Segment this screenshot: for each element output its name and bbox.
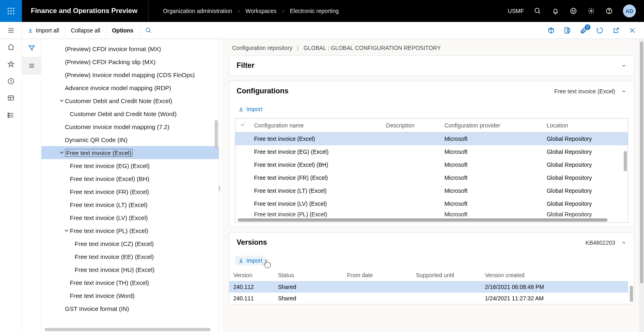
- tree-scrollbar-vertical[interactable]: [215, 120, 218, 149]
- tree-node[interactable]: Free text invoice (LT) (Excel): [41, 198, 219, 211]
- cell-provider: Microsoft: [440, 171, 543, 184]
- breadcrumb-item[interactable]: Organization administration: [163, 8, 232, 14]
- table-row[interactable]: 240.111Shared1/24/2021 11:27:32 AM: [229, 293, 628, 304]
- tree-node-label: (Preview) CFDI invoice format (MX): [65, 45, 161, 52]
- tree-node[interactable]: Dynamic QR Code (IN): [41, 133, 219, 146]
- workspaces-icon[interactable]: [7, 94, 15, 102]
- tree-node[interactable]: GST Invoice format (IN): [41, 302, 219, 315]
- cell-config-name: Free text invoice (FR) (Excel): [250, 171, 382, 184]
- related-info-button[interactable]: [547, 26, 556, 35]
- chevron-up-icon[interactable]: [621, 240, 627, 246]
- download-icon: [238, 106, 244, 112]
- configurations-table: Configuration name Description Configura…: [235, 118, 628, 223]
- options-button[interactable]: Options: [106, 22, 140, 39]
- attachments-button[interactable]: 0: [579, 26, 588, 35]
- select-all-checkbox[interactable]: [235, 119, 250, 132]
- tree-node[interactable]: Customer Debit and Credit Note (Excel): [41, 94, 219, 107]
- collapse-all-label: Collapse all: [71, 27, 100, 34]
- table-row[interactable]: Free text invoice (FR) (Excel)MicrosoftG…: [235, 171, 628, 184]
- chevron-down-icon[interactable]: [621, 63, 627, 69]
- import-all-button[interactable]: Import all: [22, 22, 65, 39]
- tree-node[interactable]: Free text invoice (Word): [41, 289, 219, 302]
- table-row[interactable]: Free text invoice (Excel) (BH)MicrosoftG…: [235, 158, 628, 171]
- tree-node[interactable]: (Preview) Invoice model mapping (CDS Fin…: [41, 68, 219, 81]
- collapse-all-button[interactable]: Collapse all: [65, 22, 106, 39]
- favorites-icon[interactable]: [7, 60, 15, 68]
- configurations-scrollbar-horizontal[interactable]: [235, 218, 628, 222]
- chevron-up-icon[interactable]: [621, 88, 627, 94]
- breadcrumb-item[interactable]: Electronic reporting: [290, 8, 339, 14]
- popout-button[interactable]: [612, 26, 620, 35]
- home-icon[interactable]: [7, 43, 15, 51]
- svg-point-20: [146, 28, 150, 32]
- tree-node[interactable]: Customer Debit and Credit Note (Word): [41, 107, 219, 120]
- close-button[interactable]: [628, 26, 637, 35]
- tree-node[interactable]: Free text invoice (Excel) (BH): [41, 172, 219, 185]
- action-search-button[interactable]: [140, 22, 157, 39]
- table-row[interactable]: Free text invoice (EG) (Excel)MicrosoftG…: [235, 145, 628, 158]
- tree-node[interactable]: Advance invoice model mapping (RDP): [41, 81, 219, 94]
- chevron-right-icon: ›: [238, 8, 240, 14]
- table-row[interactable]: Free text invoice (LT) (Excel)MicrosoftG…: [235, 184, 628, 197]
- cell-config-name: Free text invoice (EG) (Excel): [250, 145, 382, 158]
- tree-node[interactable]: Customer invoice model mapping (7.2): [41, 120, 219, 133]
- help-icon[interactable]: [605, 7, 613, 15]
- cell-version-created: 1/24/2021 11:27:32 AM: [481, 293, 628, 304]
- tree-node[interactable]: Free text invoice (CZ) (Excel): [41, 237, 219, 250]
- svg-rect-34: [8, 115, 9, 116]
- configurations-selected-hint: Free text invoice (Excel): [554, 88, 615, 95]
- column-header[interactable]: Version: [229, 269, 274, 281]
- configurations-scrollbar-vertical[interactable]: [624, 151, 627, 171]
- user-avatar[interactable]: AD: [623, 4, 636, 17]
- recent-icon[interactable]: [7, 77, 15, 85]
- tree-node[interactable]: Free text invoice (FR) (Excel): [41, 185, 219, 198]
- tree-node-label: Advance invoice model mapping (RDP): [65, 84, 171, 91]
- notifications-icon[interactable]: [551, 7, 560, 15]
- breadcrumb-item[interactable]: Workspaces: [246, 8, 277, 14]
- column-header[interactable]: From date: [343, 269, 412, 281]
- svg-point-14: [590, 10, 592, 12]
- tree-node[interactable]: Free text invoice (EG) (Excel): [41, 159, 219, 172]
- main-scrollbar-vertical[interactable]: [639, 39, 644, 332]
- column-header[interactable]: Configuration provider: [440, 119, 543, 132]
- list-view-button[interactable]: [22, 57, 41, 75]
- column-header[interactable]: Version created: [481, 269, 628, 281]
- column-header[interactable]: Description: [382, 119, 440, 132]
- attachments-badge: 0: [585, 24, 590, 30]
- cell-provider: Microsoft: [440, 132, 543, 146]
- app-title: Finance and Operations Preview: [22, 0, 149, 22]
- column-header[interactable]: Configuration name: [250, 119, 382, 132]
- filter-button[interactable]: [22, 39, 41, 57]
- refresh-button[interactable]: [595, 26, 604, 35]
- app-launcher-button[interactable]: [0, 0, 22, 22]
- tree-node[interactable]: Free text invoice (PL) (Excel): [41, 224, 219, 237]
- cell-config-name: Free text invoice (Excel): [250, 132, 382, 146]
- tree-node[interactable]: (Preview) CFDI invoice format (MX): [41, 42, 219, 55]
- cell-config-name: Free text invoice (Excel) (BH): [250, 158, 382, 171]
- feedback-icon[interactable]: [569, 7, 577, 15]
- modules-icon[interactable]: [7, 111, 15, 119]
- svg-line-10: [538, 12, 540, 13]
- hamburger-button[interactable]: [0, 22, 22, 39]
- table-row[interactable]: 240.112Shared2/16/2021 06:08:48 PM: [229, 281, 628, 293]
- column-header[interactable]: Location: [543, 119, 628, 132]
- tree-node[interactable]: Free text invoice (Excel): [41, 146, 219, 159]
- table-row[interactable]: Free text invoice (PL) (Excel)MicrosoftG…: [235, 210, 628, 218]
- tree-node[interactable]: Free text invoice (TH) (Excel): [41, 276, 219, 289]
- column-header[interactable]: Supported until: [412, 269, 481, 281]
- company-picker[interactable]: USMF: [508, 8, 524, 14]
- settings-icon[interactable]: [587, 7, 595, 15]
- search-icon[interactable]: [534, 7, 542, 15]
- tree-node[interactable]: Free text invoice (HU) (Excel): [41, 263, 219, 276]
- column-header[interactable]: Status: [274, 269, 343, 281]
- versions-scrollbar-vertical[interactable]: [628, 269, 634, 304]
- configurations-import-button[interactable]: Import: [235, 104, 266, 114]
- tree-node[interactable]: (Preview) CFDI Packing slip (MX): [41, 55, 219, 68]
- table-row[interactable]: Free text invoice (Excel)MicrosoftGlobal…: [235, 132, 628, 146]
- tree-node[interactable]: Free text invoice (EE) (Excel): [41, 250, 219, 263]
- versions-import-button[interactable]: Import: [235, 256, 266, 265]
- tree-scrollbar-horizontal[interactable]: [45, 328, 211, 331]
- table-row[interactable]: Free text invoice (LV) (Excel)MicrosoftG…: [235, 197, 628, 210]
- office-addins-button[interactable]: [563, 26, 572, 35]
- tree-node[interactable]: Free text invoice (LV) (Excel): [41, 211, 219, 224]
